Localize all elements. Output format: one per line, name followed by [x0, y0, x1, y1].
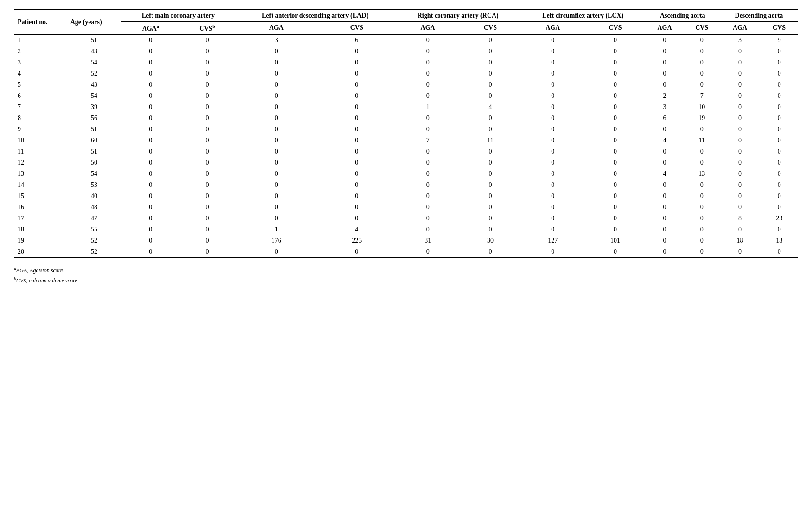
table-row: 1540000000000000 [14, 191, 798, 202]
table-cell: 0 [720, 113, 760, 124]
table-cell: 39 [67, 102, 122, 113]
table-cell: 47 [67, 213, 122, 224]
table-cell: 6 [318, 34, 396, 46]
table-cell: 0 [235, 68, 318, 79]
table-cell: 0 [121, 46, 179, 57]
table-row: 543000000000000 [14, 79, 798, 90]
table-cell: 0 [585, 34, 645, 46]
table-cell: 0 [646, 235, 684, 246]
sub-header-lcx-cvs: CVS [585, 22, 645, 35]
table-cell: 0 [318, 213, 396, 224]
table-cell: 0 [520, 246, 585, 258]
table-cell: 4 [460, 102, 520, 113]
table-cell: 51 [67, 34, 122, 46]
table-cell: 7 [684, 90, 719, 102]
table-cell: 0 [121, 135, 179, 146]
table-cell: 0 [121, 168, 179, 179]
table-cell: 0 [646, 79, 684, 90]
table-cell: 0 [235, 213, 318, 224]
table-cell: 0 [646, 68, 684, 79]
table-cell: 0 [585, 90, 645, 102]
table-cell: 0 [520, 102, 585, 113]
table-row: 1855001400000000 [14, 224, 798, 235]
table-cell: 0 [646, 202, 684, 213]
table-cell: 0 [760, 146, 798, 157]
footnotes-section: aAGA, Agatston score. bCVS, calcium volu… [14, 266, 798, 284]
table-cell: 0 [760, 157, 798, 168]
table-cell: 0 [179, 57, 235, 68]
table-cell: 0 [585, 46, 645, 57]
table-cell: 0 [760, 57, 798, 68]
sub-header-aa-cvs: CVS [684, 22, 719, 35]
table-cell: 0 [520, 90, 585, 102]
table-cell: 0 [460, 90, 520, 102]
table-row: 7390000140031000 [14, 102, 798, 113]
table-cell: 0 [395, 124, 460, 135]
table-cell: 0 [585, 135, 645, 146]
table-cell: 0 [121, 124, 179, 135]
table-cell: 0 [585, 146, 645, 157]
table-cell: 3 [235, 34, 318, 46]
sub-header-lad-cvs: CVS [318, 22, 396, 35]
table-cell: 54 [67, 168, 122, 179]
table-cell: 0 [585, 168, 645, 179]
table-cell: 0 [520, 124, 585, 135]
sub-header-rca-cvs: CVS [460, 22, 520, 35]
table-cell: 0 [121, 157, 179, 168]
table-row: 243000000000000 [14, 46, 798, 57]
table-cell: 0 [760, 191, 798, 202]
table-cell: 52 [67, 68, 122, 79]
table-cell: 2 [646, 90, 684, 102]
table-cell: 225 [318, 235, 396, 246]
table-cell: 0 [395, 202, 460, 213]
table-cell: 0 [395, 113, 460, 124]
table-cell: 0 [684, 34, 719, 46]
sub-header-lm-cvs: CVSb [179, 22, 235, 35]
table-cell: 0 [179, 202, 235, 213]
table-cell: 0 [318, 124, 396, 135]
table-cell: 0 [121, 34, 179, 46]
table-cell: 4 [14, 68, 67, 79]
table-cell: 0 [585, 191, 645, 202]
table-cell: 101 [585, 235, 645, 246]
table-cell: 13 [684, 168, 719, 179]
table-cell: 0 [760, 224, 798, 235]
table-row: 2052000000000000 [14, 246, 798, 258]
table-cell: 0 [235, 146, 318, 157]
table-cell: 0 [520, 46, 585, 57]
table-cell: 176 [235, 235, 318, 246]
table-cell: 0 [684, 191, 719, 202]
sub-header-aa-aga: AGA [646, 22, 684, 35]
table-cell: 0 [395, 57, 460, 68]
table-row: 106000007110041100 [14, 135, 798, 146]
table-cell: 48 [67, 202, 122, 213]
table-cell: 0 [460, 57, 520, 68]
table-cell: 0 [684, 79, 719, 90]
table-cell: 14 [14, 179, 67, 191]
table-cell: 0 [520, 157, 585, 168]
table-cell: 9 [760, 34, 798, 46]
table-cell: 0 [395, 34, 460, 46]
table-cell: 4 [646, 168, 684, 179]
table-cell: 0 [179, 79, 235, 90]
table-cell: 54 [67, 57, 122, 68]
table-cell: 0 [235, 90, 318, 102]
table-cell: 0 [720, 135, 760, 146]
table-cell: 0 [179, 146, 235, 157]
table-cell: 18 [14, 224, 67, 235]
table-cell: 43 [67, 79, 122, 90]
table-cell: 0 [684, 179, 719, 191]
table-cell: 0 [318, 246, 396, 258]
table-cell: 0 [460, 179, 520, 191]
table-cell: 0 [720, 57, 760, 68]
col-header-left-main: Left main coronary artery [121, 10, 235, 22]
table-row: 354000000000000 [14, 57, 798, 68]
table-cell: 0 [121, 90, 179, 102]
table-cell: 0 [646, 57, 684, 68]
table-cell: 0 [318, 90, 396, 102]
table-cell: 0 [235, 79, 318, 90]
table-cell: 20 [14, 246, 67, 258]
table-cell: 0 [235, 168, 318, 179]
table-cell: 1 [395, 102, 460, 113]
table-cell: 0 [585, 224, 645, 235]
